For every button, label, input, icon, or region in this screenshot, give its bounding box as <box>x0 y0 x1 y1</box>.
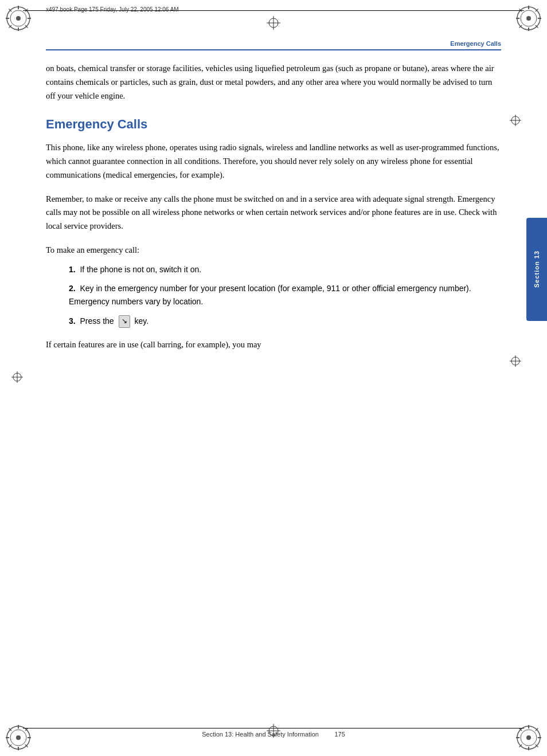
body-paragraph-2: Remember, to make or receive any calls t… <box>46 193 501 234</box>
bottom-crosshair <box>267 724 280 740</box>
svg-point-13 <box>526 16 531 21</box>
left-crosshair <box>11 371 23 385</box>
top-crosshair <box>267 16 280 32</box>
page-header-title: Emergency Calls <box>46 40 501 50</box>
svg-point-24 <box>16 735 21 740</box>
svg-point-35 <box>526 735 531 740</box>
body-paragraph-3: If certain features are in use (call bar… <box>46 338 501 352</box>
list-item-1: 1. If the phone is not on, switch it on. <box>69 263 501 276</box>
right-crosshair <box>510 115 521 128</box>
book-info: x497.book Page 175 Friday, July 22, 2005… <box>46 3 179 14</box>
right-crosshair-lower <box>510 355 521 369</box>
body-paragraph-1: This phone, like any wireless phone, ope… <box>46 141 501 182</box>
corner-decoration-tl <box>5 5 32 32</box>
list-intro: To make an emergency call: <box>46 244 501 257</box>
section-heading: Emergency Calls <box>46 117 501 132</box>
list-item-2: 2. Key in the emergency number for your … <box>69 282 501 308</box>
main-content: Emergency Calls on boats, chemical trans… <box>46 40 501 710</box>
intro-paragraph: on boats, chemical transfer or storage f… <box>46 62 501 103</box>
list-item-3: 3. Press the ↘ key. <box>69 315 501 328</box>
send-key-icon: ↘ <box>119 315 130 328</box>
svg-point-2 <box>16 16 21 21</box>
section-tab: Section 13 <box>526 218 547 321</box>
corner-decoration-tr <box>515 5 542 32</box>
page: x497.book Page 175 Friday, July 22, 2005… <box>0 0 547 756</box>
emergency-steps-list: 1. If the phone is not on, switch it on.… <box>69 263 501 327</box>
